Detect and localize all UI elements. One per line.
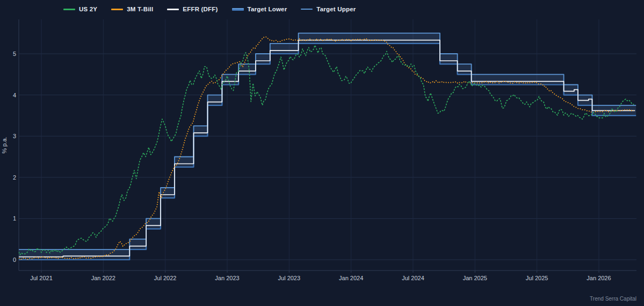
plot-area[interactable]: 012345Jul 2021Jan 2022Jul 2022Jan 2023Ju… bbox=[0, 0, 644, 306]
series-3m-t-bill bbox=[19, 37, 634, 260]
x-tick-label: Jul 2025 bbox=[526, 275, 548, 281]
legend-item-3m-t-bill[interactable]: 3M T-Bill bbox=[111, 6, 153, 12]
legend-item-label: US 2Y bbox=[79, 6, 97, 12]
legend-item-us-2y[interactable]: US 2Y bbox=[63, 6, 97, 12]
series-target-upper bbox=[19, 33, 636, 250]
target-band-fill bbox=[19, 33, 636, 260]
legend-item-effr-dff-[interactable]: EFFR (DFF) bbox=[167, 6, 218, 12]
y-tick-label: 4 bbox=[13, 92, 16, 98]
x-tick-label: Jan 2024 bbox=[339, 275, 363, 281]
x-tick-label: Jan 2022 bbox=[91, 275, 115, 281]
legend-item-label: 3M T-Bill bbox=[127, 6, 153, 12]
rate-chart-app: US 2Y3M T-BillEFFR (DFF)Target LowerTarg… bbox=[0, 0, 644, 306]
legend-swatch bbox=[167, 9, 179, 10]
legend-item-label: Target Lower bbox=[248, 6, 287, 12]
y-tick-label: 2 bbox=[13, 174, 16, 181]
chart-legend: US 2Y3M T-BillEFFR (DFF)Target LowerTarg… bbox=[63, 6, 356, 12]
x-tick-label: Jul 2024 bbox=[402, 275, 424, 281]
x-tick-label: Jan 2025 bbox=[463, 275, 487, 281]
legend-item-label: EFFR (DFF) bbox=[183, 6, 218, 12]
legend-item-label: Target Upper bbox=[316, 6, 356, 12]
x-tick-label: Jan 2026 bbox=[587, 275, 611, 281]
legend-item-target-lower[interactable]: Target Lower bbox=[232, 6, 287, 12]
x-tick-label: Jul 2023 bbox=[278, 275, 301, 281]
legend-swatch bbox=[232, 8, 244, 11]
legend-swatch bbox=[111, 9, 123, 10]
watermark: Trend Serra Capital bbox=[590, 296, 636, 302]
y-tick-label: 0 bbox=[13, 257, 16, 263]
x-tick-label: Jan 2023 bbox=[215, 275, 239, 281]
y-tick-label: 5 bbox=[13, 51, 16, 57]
series-effr-dff- bbox=[19, 40, 635, 257]
legend-item-target-upper[interactable]: Target Upper bbox=[301, 6, 356, 12]
legend-swatch bbox=[63, 9, 75, 10]
x-tick-label: Jul 2022 bbox=[154, 275, 177, 281]
y-tick-label: 3 bbox=[13, 133, 16, 139]
y-tick-label: 1 bbox=[13, 215, 16, 222]
x-tick-label: Jul 2021 bbox=[30, 275, 53, 281]
legend-swatch bbox=[301, 9, 313, 10]
y-axis-label: % p.a. bbox=[1, 124, 8, 167]
